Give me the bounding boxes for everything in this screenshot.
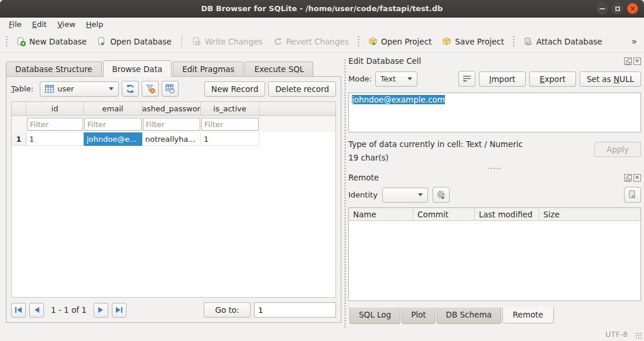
tab-db-schema[interactable]: DB Schema (437, 308, 501, 324)
save-project-button[interactable]: Save Project (438, 34, 508, 49)
new-record-button[interactable]: New Record (204, 81, 265, 97)
remote-column-name[interactable]: Name (349, 208, 413, 220)
goto-record-input[interactable] (254, 302, 336, 318)
cell-is-active[interactable]: 1 (201, 132, 259, 146)
delete-record-button[interactable]: Delete record (268, 81, 336, 97)
menu-edit[interactable]: Edit (27, 19, 52, 30)
edit-cell-float-button[interactable] (624, 57, 632, 65)
first-record-button[interactable] (11, 303, 26, 318)
cell-id[interactable]: 1 (26, 132, 84, 146)
mode-select[interactable]: Text (375, 71, 417, 87)
tab-database-structure[interactable]: Database Structure (6, 62, 102, 77)
grid-corner-cell[interactable] (12, 102, 26, 115)
first-record-icon (17, 307, 22, 313)
edit-cell-title: Edit Database Cell (348, 56, 421, 66)
save-project-icon (442, 37, 451, 46)
tab-browse-data[interactable]: Browse Data (103, 60, 172, 77)
last-record-button[interactable] (112, 303, 126, 318)
import-button[interactable]: Import (479, 71, 526, 87)
apply-button: Apply (594, 142, 641, 157)
push-database-button[interactable] (624, 187, 641, 203)
maximize-button[interactable] (612, 3, 623, 14)
row-header-1[interactable]: 1 (12, 132, 26, 146)
close-button[interactable]: ✕ (627, 3, 638, 14)
set-as-null-button[interactable]: Set as NULL (580, 71, 641, 87)
grid-empty-area (12, 146, 335, 297)
bottom-dock-tab-bar: SQL Log Plot DB Schema Remote (348, 308, 641, 324)
main-toolbar: New Database Open Database Write Changes… (0, 31, 644, 53)
open-database-icon (97, 37, 107, 46)
edit-cell-close-button[interactable] (633, 57, 641, 65)
dock-splitter-handle[interactable] (487, 167, 502, 170)
new-database-button[interactable]: New Database (12, 34, 91, 49)
open-database-button[interactable]: Open Database (93, 34, 176, 49)
goto-button[interactable]: Go to: (204, 302, 251, 318)
remote-identity-row: Identity (348, 187, 641, 203)
clear-filters-button[interactable] (142, 81, 159, 97)
next-record-button[interactable] (94, 303, 108, 318)
menu-file[interactable]: File (4, 19, 27, 30)
remote-dock-header: Remote (348, 172, 641, 183)
record-range-status: 1 - 1 of 1 (47, 305, 90, 315)
remote-column-commit[interactable]: Commit (413, 208, 475, 220)
next-record-icon (98, 307, 103, 313)
panel-splitter-handle[interactable] (344, 59, 347, 328)
menu-bar: File Edit View Help (0, 18, 644, 31)
remote-column-last-modified[interactable]: Last modified (475, 208, 539, 220)
new-database-icon (16, 37, 26, 46)
grid-filter-row (12, 116, 335, 132)
resize-grip[interactable] (635, 332, 642, 339)
filter-input-hashed-password[interactable] (143, 118, 200, 131)
table-select[interactable]: user (40, 81, 119, 97)
tab-sql-log[interactable]: SQL Log (350, 308, 400, 324)
tab-execute-sql[interactable]: Execute SQL (245, 62, 313, 77)
attach-database-icon (523, 37, 533, 46)
filter-row-spacer (12, 116, 26, 132)
menu-help[interactable]: Help (81, 19, 109, 30)
export-button[interactable]: Export (529, 71, 576, 87)
previous-record-button[interactable] (29, 303, 44, 318)
grid-header-row: id email ashed_passwor is_active (12, 102, 335, 116)
cell-editor-selected-text: johndoe@example.com (352, 95, 445, 104)
data-grid: id email ashed_passwor is_active 1 1 joh… (11, 101, 336, 298)
column-header-email[interactable]: email (84, 102, 142, 115)
cell-editor[interactable]: johndoe@example.com (348, 93, 641, 132)
revert-changes-icon (273, 37, 283, 46)
remote-column-size[interactable]: Size (539, 208, 640, 220)
previous-record-icon (35, 307, 39, 313)
filter-input-email[interactable] (84, 118, 142, 131)
chevron-down-icon (418, 193, 423, 196)
tab-edit-pragmas[interactable]: Edit Pragmas (173, 62, 244, 77)
column-header-id[interactable]: id (26, 102, 84, 115)
main-tab-bar: Database Structure Browse Data Edit Prag… (6, 60, 341, 76)
filter-input-is-active[interactable] (201, 118, 259, 131)
open-project-button[interactable]: Open Project (364, 34, 436, 49)
title-bar: DB Browser for SQLite - /home/user/code/… (0, 0, 644, 18)
clear-filter-icon (145, 84, 155, 94)
window-title: DB Browser for SQLite - /home/user/code/… (0, 4, 644, 13)
menu-view[interactable]: View (52, 19, 81, 30)
remote-title: Remote (348, 173, 379, 182)
word-wrap-button[interactable] (458, 71, 475, 87)
cell-email-selected[interactable]: johndoe@e... (84, 132, 142, 146)
cell-hashed-password[interactable]: notreallyha... (142, 132, 201, 146)
filter-input-id[interactable] (27, 118, 83, 131)
attach-database-button[interactable]: Attach Database (519, 34, 607, 49)
refresh-button[interactable] (122, 81, 139, 97)
save-results-button[interactable] (162, 81, 179, 97)
remote-close-button[interactable] (633, 174, 641, 182)
remote-files-table: Name Commit Last modified Size (348, 207, 641, 301)
toolbar-overflow-chevron[interactable]: » (632, 36, 640, 47)
identity-select[interactable] (382, 187, 428, 203)
mode-label: Mode: (348, 74, 372, 83)
column-header-is-active[interactable]: is_active (201, 102, 259, 115)
column-header-hashed-password[interactable]: ashed_passwor (142, 102, 201, 115)
tab-plot[interactable]: Plot (402, 308, 435, 324)
window-controls: ✕ (597, 3, 644, 14)
remote-float-button[interactable] (624, 174, 632, 182)
status-bar: UTF-8 (0, 327, 644, 341)
identity-settings-button[interactable] (433, 187, 450, 203)
minimize-button[interactable] (597, 3, 608, 14)
tab-remote[interactable]: Remote (502, 307, 554, 323)
save-table-icon (165, 84, 175, 94)
